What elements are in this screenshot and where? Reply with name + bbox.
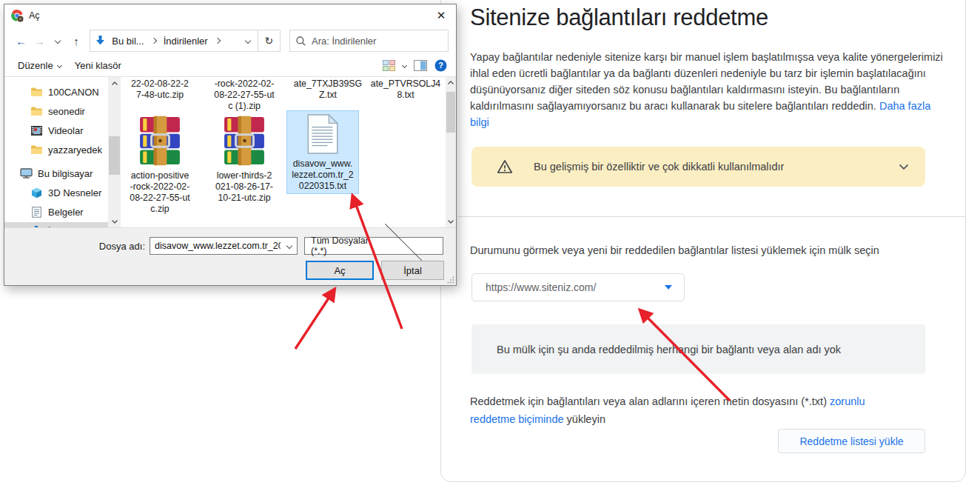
text-file-icon (307, 114, 338, 154)
organize-label: Düzenle (18, 60, 53, 71)
breadcrumb-separator-icon (150, 38, 156, 44)
sidebar-item-label: 100CANON (48, 87, 99, 98)
recent-locations-chevron-icon[interactable] (50, 31, 66, 50)
videos-icon (30, 126, 43, 136)
winrar-archive-icon (138, 116, 181, 166)
help-icon[interactable]: ? (434, 59, 447, 72)
upload-text-after: yükleyin (564, 413, 605, 425)
red-arrow-to-open-button (295, 290, 334, 349)
search-box[interactable] (289, 30, 449, 52)
search-input[interactable] (312, 36, 442, 47)
sidebar-scrollbar[interactable] (108, 77, 121, 227)
filetype-select[interactable]: Tüm Dosyalar (*.*) (304, 237, 443, 255)
property-value: https://www.siteniz.com/ (486, 281, 665, 293)
chevron-down-icon[interactable] (899, 164, 909, 170)
warning-triangle-icon (497, 159, 513, 174)
empty-state-text: Bu mülk için şu anda reddedilmiş herhang… (497, 344, 841, 355)
file-label: lower-thirds-2 021-08-26-17- 10-21-utc.z… (215, 170, 273, 204)
dropdown-caret-icon (665, 285, 672, 290)
up-arrow-icon[interactable]: ↑ (68, 31, 84, 50)
sidebar-item-yazzaryedek[interactable]: yazzaryedek (4, 141, 108, 158)
sidebar-item-3d-objects[interactable]: 3D Nesneler (4, 184, 108, 201)
sidebar-item-100canon[interactable]: 100CANON (4, 83, 108, 101)
documents-icon (30, 207, 43, 218)
folder-icon (30, 144, 43, 155)
sidebar-item-label: Bu bilgisayar (38, 168, 93, 179)
dialog-body: 100CANON seonedir Videolar yazzaryedek (4, 77, 456, 227)
open-file-dialog: Aç ✕ ← → ↑ Bu bil... İndirilenler ↻ (4, 4, 457, 286)
file-item[interactable]: 22-02-08-22-2 7-48-utc.zip (123, 79, 197, 101)
intro-text: Yapay bağlantılar nedeniyle sitenize kar… (470, 51, 943, 112)
dialog-footer: Dosya adı: Tüm Dosyalar (*.*) Aç İptal (4, 227, 456, 285)
breadcrumb-downloads[interactable]: İndirilenler (158, 30, 213, 51)
breadcrumb-this-pc[interactable]: Bu bil... (107, 30, 149, 51)
view-options-chevron-icon[interactable] (402, 63, 407, 68)
sidebar-item-label: seonedir (48, 106, 85, 117)
empty-state-box: Bu mülk için şu anda reddedilmiş herhang… (471, 324, 925, 374)
folder-sidebar: 100CANON seonedir Videolar yazzaryedek (4, 77, 108, 227)
folder-icon (30, 87, 43, 97)
svg-text:?: ? (438, 61, 443, 70)
dialog-toolbar: Düzenle Yeni klasör (4, 55, 456, 77)
filetype-chevron-icon (377, 244, 443, 248)
scroll-down-icon[interactable] (446, 216, 456, 227)
preview-pane-icon[interactable] (414, 60, 427, 71)
dialog-titlebar[interactable]: Aç ✕ (4, 4, 456, 27)
breadcrumb-separator-icon (214, 38, 220, 44)
upload-instructions: Reddetmek için bağlantıları veya alan ad… (470, 393, 899, 428)
file-item[interactable]: ate_PTVRSOLJ4 8.txt (369, 79, 443, 101)
warning-text: Bu gelişmiş bir özelliktir ve çok dikkat… (534, 161, 899, 173)
scroll-up-icon[interactable] (108, 77, 121, 89)
close-icon[interactable]: ✕ (426, 4, 456, 27)
3d-objects-icon (30, 187, 43, 198)
chrome-icon (11, 10, 24, 22)
refresh-icon[interactable]: ↻ (258, 30, 280, 51)
downloads-icon (90, 30, 107, 51)
winrar-archive-icon (223, 116, 266, 166)
back-arrow-icon[interactable]: ← (13, 31, 29, 50)
file-item-zip[interactable]: action-positive -rock-2022-02- 08-22-27-… (123, 116, 197, 215)
combo-chevron-icon[interactable] (282, 244, 297, 248)
sidebar-item-this-pc[interactable]: Bu bilgisayar (4, 164, 108, 182)
file-item-selected-disavow[interactable]: disavow_www. lezzet.com.tr_2 0220315.txt (287, 111, 358, 193)
sidebar-item-label: 3D Nesneler (48, 187, 101, 198)
warning-banner[interactable]: Bu gelişmiş bir özelliktir ve çok dikkat… (471, 147, 925, 187)
open-button[interactable]: Aç (306, 261, 374, 280)
scrollbar-thumb[interactable] (446, 92, 455, 133)
upload-disavow-list-button[interactable]: Reddetme listesi yükle (778, 429, 925, 453)
sidebar-item-label: Videolar (48, 125, 83, 136)
sidebar-item-documents[interactable]: Belgeler (4, 203, 108, 221)
screen: Sitenize bağlantıları reddetme Yapay bağ… (0, 0, 980, 491)
file-item-zip[interactable]: lower-thirds-2 021-08-26-17- 10-21-utc.z… (207, 116, 281, 204)
page-title: Sitenize bağlantıları reddetme (470, 4, 768, 31)
change-view-icon[interactable] (383, 60, 395, 71)
forward-arrow-icon[interactable]: → (32, 31, 47, 50)
file-item[interactable]: -rock-2022-02- 08-22-27-55-ut c (1).zip (207, 79, 281, 112)
scroll-up-icon[interactable] (446, 77, 456, 88)
upload-text-before: Reddetmek için bağlantıları veya alan ad… (470, 395, 830, 407)
new-folder-button[interactable]: Yeni klasör (70, 57, 126, 75)
sidebar-item-videolar[interactable]: Videolar (4, 121, 108, 139)
file-list: 22-02-08-22-2 7-48-utc.zip -rock-2022-02… (121, 77, 446, 227)
file-label: action-positive -rock-2022-02- 08-22-27-… (130, 170, 189, 215)
new-folder-label: Yeni klasör (75, 60, 121, 71)
scroll-down-icon[interactable] (108, 216, 121, 227)
property-dropdown[interactable]: https://www.siteniz.com/ (471, 273, 685, 301)
filetype-value: Tüm Dosyalar (*.*) (311, 236, 377, 256)
address-dropdown-icon[interactable] (238, 30, 258, 51)
organize-menu[interactable]: Düzenle (13, 57, 66, 75)
computer-icon (19, 168, 33, 178)
sidebar-item-seonedir[interactable]: seonedir (4, 102, 108, 120)
file-label: disavow_www. lezzet.com.tr_2 0220315.txt (292, 158, 353, 192)
file-item[interactable]: ate_7TXJB39SG Z.txt (291, 79, 365, 101)
folder-icon (30, 106, 43, 116)
intro-paragraph: Yapay bağlantılar nedeniyle sitenize kar… (470, 49, 953, 130)
file-list-scrollbar[interactable] (446, 77, 456, 227)
sidebar-item-label: yazzaryedek (48, 144, 102, 156)
cancel-button[interactable]: İptal (381, 261, 444, 280)
filename-combobox[interactable] (150, 237, 298, 255)
property-select-label: Durumunu görmek veya yeni bir reddedilen… (470, 244, 879, 256)
filename-input[interactable] (150, 241, 282, 251)
scrollbar-thumb[interactable] (109, 136, 120, 175)
resize-grip[interactable] (447, 276, 454, 284)
